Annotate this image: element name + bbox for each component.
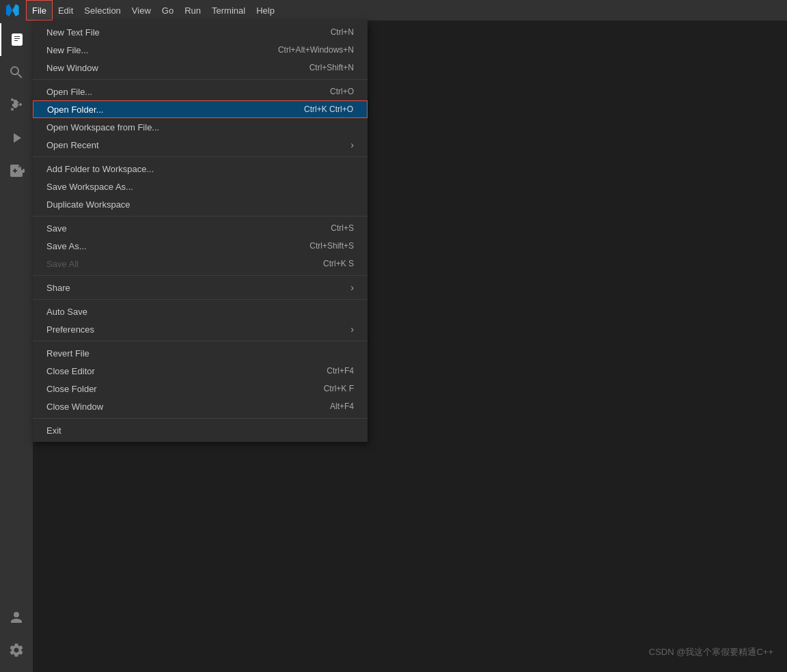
menu-item-new-text-file[interactable]: New Text File Ctrl+N <box>33 23 368 41</box>
menu-item-revert-file[interactable]: Revert File <box>33 344 368 362</box>
menu-help[interactable]: Help <box>251 0 280 20</box>
menu-section-share: Share › <box>33 276 368 300</box>
file-dropdown-menu: New Text File Ctrl+N New File... Ctrl+Al… <box>33 20 368 442</box>
menu-section-workspace: Add Folder to Workspace... Save Workspac… <box>33 157 368 216</box>
menu-file[interactable]: File <box>26 0 53 20</box>
menu-item-exit[interactable]: Exit <box>33 421 368 439</box>
vscode-logo-icon <box>5 3 19 17</box>
menu-item-open-folder[interactable]: Open Folder... Ctrl+K Ctrl+O <box>33 100 368 118</box>
menu-section-save: Save Ctrl+S Save As... Ctrl+Shift+S Save… <box>33 216 368 276</box>
menu-section-open: Open File... Ctrl+O Open Folder... Ctrl+… <box>33 80 368 157</box>
menu-run[interactable]: Run <box>179 0 206 20</box>
activity-search-icon[interactable] <box>0 56 33 89</box>
menu-item-auto-save[interactable]: Auto Save <box>33 303 368 320</box>
activity-accounts-icon[interactable] <box>0 601 33 634</box>
menu-selection[interactable]: Selection <box>79 0 126 20</box>
activity-explorer-icon[interactable] <box>0 23 33 56</box>
menu-section-exit: Exit <box>33 419 368 442</box>
menu-item-duplicate-workspace[interactable]: Duplicate Workspace <box>33 195 368 213</box>
menu-item-preferences[interactable]: Preferences › <box>33 320 368 338</box>
menu-item-save[interactable]: Save Ctrl+S <box>33 219 368 237</box>
menu-item-save-all: Save All Ctrl+K S <box>33 255 368 272</box>
menu-terminal[interactable]: Terminal <box>206 0 251 20</box>
menu-item-add-folder[interactable]: Add Folder to Workspace... <box>33 160 368 178</box>
menu-section-autosave: Auto Save Preferences › <box>33 300 368 341</box>
menu-item-open-file[interactable]: Open File... Ctrl+O <box>33 83 368 100</box>
activity-source-control-icon[interactable] <box>0 89 33 122</box>
menu-bar: File Edit Selection View Go Run Terminal… <box>0 0 787 20</box>
menu-item-new-file[interactable]: New File... Ctrl+Alt+Windows+N <box>33 41 368 59</box>
activity-settings-icon[interactable] <box>0 634 33 667</box>
activity-run-debug-icon[interactable] <box>0 122 33 154</box>
menu-item-close-folder[interactable]: Close Folder Ctrl+K F <box>33 380 368 397</box>
menu-view[interactable]: View <box>126 0 156 20</box>
menu-item-close-window[interactable]: Close Window Alt+F4 <box>33 397 368 415</box>
menu-item-open-recent[interactable]: Open Recent › <box>33 136 368 154</box>
watermark-text: CSDN @我这个寒假要精通C++ <box>649 646 773 658</box>
menu-item-open-workspace[interactable]: Open Workspace from File... <box>33 118 368 136</box>
activity-bar <box>0 20 33 672</box>
menu-edit[interactable]: Edit <box>53 0 79 20</box>
activity-extensions-icon[interactable] <box>0 154 33 187</box>
menu-go[interactable]: Go <box>156 0 179 20</box>
menu-item-close-editor[interactable]: Close Editor Ctrl+F4 <box>33 362 368 380</box>
menu-item-save-as[interactable]: Save As... Ctrl+Shift+S <box>33 237 368 255</box>
menu-item-share[interactable]: Share › <box>33 279 368 296</box>
menu-section-close: Revert File Close Editor Ctrl+F4 Close F… <box>33 341 368 419</box>
menu-item-new-window[interactable]: New Window Ctrl+Shift+N <box>33 59 368 76</box>
menu-item-save-workspace[interactable]: Save Workspace As... <box>33 178 368 195</box>
menu-section-new: New Text File Ctrl+N New File... Ctrl+Al… <box>33 20 368 80</box>
